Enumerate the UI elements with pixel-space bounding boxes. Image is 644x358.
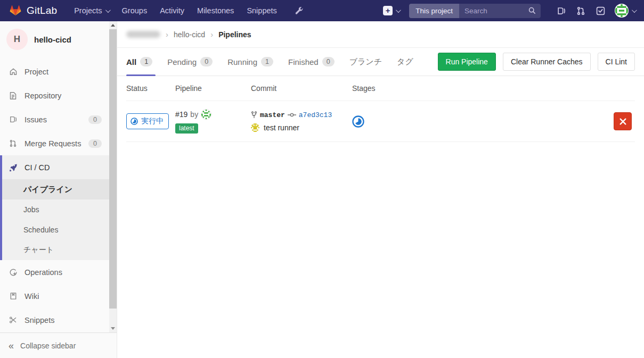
sidebar-item-repository[interactable]: Repository: [0, 84, 109, 107]
ci-lint-button[interactable]: CI Lint: [598, 53, 635, 71]
merge-requests-counter-icon[interactable]: [576, 6, 585, 15]
run-pipeline-button[interactable]: Run Pipeline: [438, 53, 496, 71]
sidebar-item-merge-requests[interactable]: Merge Requests 0: [0, 131, 109, 155]
project-name: hello-cicd: [34, 35, 71, 44]
tab-running[interactable]: Running 1: [220, 48, 281, 76]
breadcrumb-project-link[interactable]: hello-cicd: [174, 30, 205, 39]
sidebar-item-issues[interactable]: Issues 0: [0, 107, 109, 131]
tab-all[interactable]: All 1: [126, 48, 160, 76]
main-content: › hello-cicd › Pipelines All 1 Pending 0…: [117, 21, 644, 358]
cancel-pipeline-button[interactable]: [614, 112, 632, 130]
header-status: Status: [126, 84, 175, 93]
sidebar-subitem-schedules[interactable]: Schedules: [2, 220, 109, 240]
top-navbar: GitLab Projects Groups Activity Mileston…: [0, 0, 644, 21]
book-icon: [9, 292, 18, 300]
merge-requests-count-badge: 0: [88, 139, 102, 148]
pipeline-row: 実行中 #19 by latest master: [126, 101, 635, 142]
search-input[interactable]: [459, 7, 528, 15]
running-status-icon: [131, 118, 138, 125]
gitlab-wordmark: GitLab: [27, 5, 57, 16]
new-menu-button[interactable]: +: [383, 6, 400, 15]
cicd-section: CI / CD パイプライン Jobs Schedules チャート: [0, 155, 109, 260]
project-avatar: H: [6, 29, 28, 50]
admin-wrench-icon[interactable]: [295, 6, 304, 15]
sidebar-subitem-pipelines[interactable]: パイプライン: [2, 179, 109, 199]
table-header: Status Pipeline Commit Stages: [126, 76, 635, 101]
pipeline-user-avatar[interactable]: [201, 109, 211, 120]
project-context-header[interactable]: H hello-cicd: [0, 21, 109, 60]
nav-milestones[interactable]: Milestones: [191, 6, 240, 15]
tab-finished[interactable]: Finished 0: [281, 48, 342, 76]
sidebar-subitem-charts[interactable]: チャート: [2, 240, 109, 260]
gitlab-logo[interactable]: GitLab: [9, 4, 57, 18]
pipelines-tabs: All 1 Pending 0 Running 1 Finished 0 ブラン…: [117, 48, 644, 76]
commit-author-avatar[interactable]: [251, 123, 259, 132]
sidebar-item-cicd[interactable]: CI / CD: [2, 155, 109, 179]
nav-projects[interactable]: Projects: [68, 6, 115, 15]
nav-groups[interactable]: Groups: [116, 6, 154, 15]
search-scope-toggle[interactable]: This project: [409, 4, 459, 18]
close-icon: [619, 118, 627, 126]
sidebar-scrollbar[interactable]: [109, 21, 117, 332]
home-icon: [9, 68, 18, 76]
breadcrumb-user-redacted[interactable]: [126, 31, 160, 38]
document-icon: [9, 91, 18, 100]
header-commit: Commit: [251, 84, 352, 93]
breadcrumb: › hello-cicd › Pipelines: [117, 21, 644, 48]
operations-gear-icon: [9, 268, 18, 277]
nav-activity[interactable]: Activity: [153, 6, 191, 15]
breadcrumb-current-page: Pipelines: [218, 30, 251, 39]
tab-pending[interactable]: Pending 0: [160, 48, 220, 76]
commit-cell: master a7ed3c13 test runner: [251, 111, 352, 132]
scrollbar-thumb[interactable]: [109, 29, 117, 309]
scroll-up-arrow[interactable]: [109, 21, 117, 29]
rocket-icon: [9, 163, 18, 172]
pipeline-id-link[interactable]: #19: [175, 110, 188, 119]
navbar-right: + This project: [383, 4, 635, 18]
header-pipeline: Pipeline: [175, 84, 251, 93]
search-icon[interactable]: [528, 7, 541, 14]
issues-counter-icon[interactable]: [557, 6, 566, 15]
tab-branches[interactable]: ブランチ: [342, 48, 389, 76]
status-running-badge[interactable]: 実行中: [126, 113, 169, 129]
plus-icon: +: [383, 6, 393, 15]
latest-badge: latest: [175, 123, 198, 134]
sidebar-subitem-jobs[interactable]: Jobs: [2, 199, 109, 220]
sidebar-item-operations[interactable]: Operations: [0, 260, 109, 284]
pipeline-cell: #19 by latest: [175, 109, 251, 134]
tab-all-count: 1: [140, 57, 152, 66]
scissors-icon: [9, 316, 18, 324]
chevron-down-icon: [105, 7, 111, 13]
scroll-down-arrow[interactable]: [109, 324, 117, 332]
stages-cell: [352, 115, 614, 128]
issues-count-badge: 0: [88, 115, 102, 124]
pipelines-table: Status Pipeline Commit Stages 実行中 #19 by: [117, 76, 644, 142]
clear-runner-caches-button[interactable]: Clear Runner Caches: [503, 53, 591, 71]
user-menu[interactable]: [615, 4, 635, 18]
stage-running-icon[interactable]: [352, 115, 364, 128]
nav-snippets[interactable]: Snippets: [240, 6, 283, 15]
search-box: This project: [409, 4, 541, 18]
project-sidebar: H hello-cicd Project Repository Issues 0…: [0, 21, 117, 358]
chevron-down-icon: [632, 7, 637, 13]
breadcrumb-separator: ›: [166, 30, 168, 39]
tab-finished-count: 0: [322, 57, 335, 66]
user-avatar: [615, 4, 629, 18]
sidebar-item-wiki[interactable]: Wiki: [0, 284, 109, 308]
issues-icon: [9, 115, 18, 123]
header-stages: Stages: [352, 84, 614, 93]
tanuki-icon: [9, 4, 22, 18]
chevron-down-icon: [396, 7, 401, 13]
sidebar-item-snippets[interactable]: Snippets: [0, 308, 109, 332]
tab-pending-count: 0: [200, 57, 213, 66]
commit-sha-link[interactable]: a7ed3c13: [299, 111, 332, 119]
branch-link[interactable]: master: [260, 111, 285, 119]
commit-message-link[interactable]: test runner: [264, 123, 299, 132]
todos-icon[interactable]: [596, 6, 605, 15]
collapse-sidebar-button[interactable]: « Collapse sidebar: [0, 332, 117, 358]
sidebar-item-project[interactable]: Project: [0, 60, 109, 84]
tab-tags[interactable]: タグ: [389, 48, 421, 76]
tab-running-count: 1: [261, 57, 273, 66]
commit-sha-icon: [288, 112, 296, 118]
branch-icon: [251, 111, 257, 119]
